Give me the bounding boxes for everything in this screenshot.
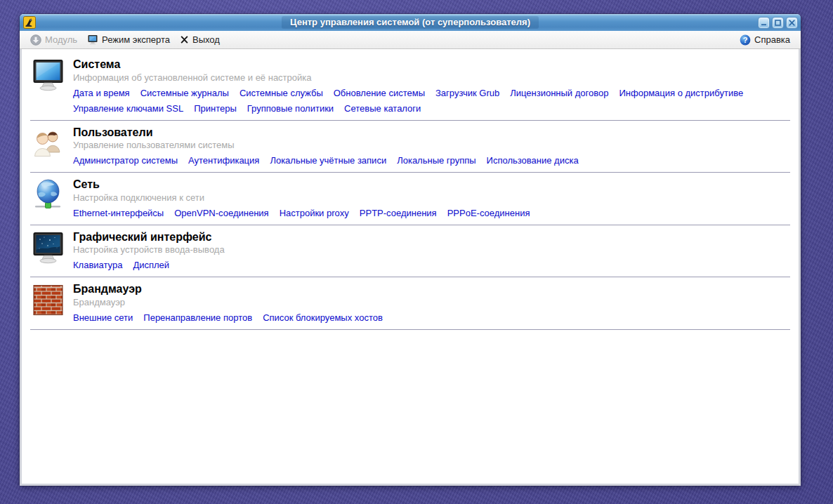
section-links: Внешние сетиПеренаправление портовСписок… xyxy=(73,312,789,323)
window-controls xyxy=(758,17,798,29)
module-link[interactable]: Внешние сети xyxy=(73,312,133,323)
exit-button[interactable]: Выход xyxy=(175,33,225,46)
titlebar[interactable]: Центр управления системой (от суперпольз… xyxy=(20,14,801,31)
svg-text:?: ? xyxy=(743,36,748,44)
module-link[interactable]: Обновление системы xyxy=(334,88,425,98)
network-globe-icon xyxy=(32,179,65,212)
help-question-icon: ? xyxy=(740,34,751,46)
minimize-button[interactable] xyxy=(758,17,770,29)
module-link[interactable]: Принтеры xyxy=(194,103,237,114)
section-title: Пользователи xyxy=(73,126,789,139)
section-title: Брандмауэр xyxy=(73,283,789,296)
exit-x-icon xyxy=(180,35,189,44)
module-button[interactable]: Модуль xyxy=(25,33,82,47)
expert-mode-icon xyxy=(87,34,98,46)
module-link[interactable]: Локальные учётные записи xyxy=(270,155,386,166)
section-subtitle: Управление пользователями системы xyxy=(73,140,789,150)
module-link[interactable]: Ethernet-интерфейсы xyxy=(73,208,164,218)
section: Система Информация об установленной сист… xyxy=(30,53,790,121)
module-link[interactable]: Системные журналы xyxy=(140,88,229,98)
module-link[interactable]: Администратор системы xyxy=(73,155,178,166)
exit-button-label: Выход xyxy=(192,34,220,45)
users-icon xyxy=(32,127,65,160)
help-button-label: Справка xyxy=(754,34,790,45)
expert-mode-button[interactable]: Режим эксперта xyxy=(82,33,175,47)
app-window: Центр управления системой (от суперпольз… xyxy=(20,14,801,486)
module-link[interactable]: Настройки proxy xyxy=(280,208,349,218)
section-title: Система xyxy=(73,58,789,71)
section: Пользователи Управление пользователями с… xyxy=(30,121,790,173)
module-link[interactable]: Список блокируемых хостов xyxy=(263,312,383,323)
module-link[interactable]: Лицензионный договор xyxy=(510,88,608,98)
maximize-button[interactable] xyxy=(772,17,784,29)
section-links: Ethernet-интерфейсыOpenVPN-соединенияНас… xyxy=(73,208,789,218)
section-body: Пользователи Управление пользователями с… xyxy=(73,126,789,166)
system-monitor-icon xyxy=(32,59,65,92)
section: Сеть Настройка подключения к сети Ethern… xyxy=(30,173,790,225)
module-link[interactable]: Дата и время xyxy=(73,88,130,98)
toolbar: Модуль Режим эксперта Выход ? Справка xyxy=(20,31,801,49)
module-link[interactable]: Системные службы xyxy=(240,88,323,98)
help-button[interactable]: ? Справка xyxy=(735,33,795,47)
section-body: Система Информация об установленной сист… xyxy=(73,58,789,114)
module-link[interactable]: Использование диска xyxy=(487,155,579,166)
section: Брандмауэр Брандмауэр Внешние сетиПерена… xyxy=(30,277,790,330)
section-body: Брандмауэр Брандмауэр Внешние сетиПерена… xyxy=(73,283,789,323)
section-subtitle: Настройка подключения к сети xyxy=(73,192,789,203)
section-links: КлавиатураДисплей xyxy=(73,260,789,270)
desktop: { "window": { "title": "Центр управления… xyxy=(0,0,833,504)
module-link[interactable]: PPTP-соединения xyxy=(360,208,437,218)
section-subtitle: Брандмауэр xyxy=(73,297,789,307)
firewall-icon xyxy=(32,284,65,317)
section: Графический интерфейс Настройка устройст… xyxy=(30,225,790,278)
module-link[interactable]: Аутентификация xyxy=(188,155,259,166)
section-body: Графический интерфейс Настройка устройст… xyxy=(73,231,789,271)
section-links: Дата и времяСистемные журналыСистемные с… xyxy=(73,88,789,114)
module-link[interactable]: Локальные группы xyxy=(397,155,475,166)
module-link[interactable]: Дисплей xyxy=(133,260,169,270)
section-subtitle: Настройка устройств ввода-вывода xyxy=(73,244,789,255)
module-link[interactable]: Клавиатура xyxy=(73,260,122,270)
window-title: Центр управления системой (от суперпольз… xyxy=(282,16,539,29)
module-link[interactable]: Информация о дистрибутиве xyxy=(619,88,743,98)
module-link[interactable]: OpenVPN-соединения xyxy=(174,208,268,218)
module-link[interactable]: Групповые политики xyxy=(247,103,334,114)
display-icon xyxy=(32,232,65,265)
section-subtitle: Информация об установленной системе и её… xyxy=(73,72,789,83)
expert-mode-label: Режим эксперта xyxy=(102,34,170,45)
module-button-label: Модуль xyxy=(45,34,77,45)
section-title: Графический интерфейс xyxy=(73,231,789,244)
close-button[interactable] xyxy=(786,17,798,29)
module-link[interactable]: Загрузчик Grub xyxy=(435,88,499,98)
module-link[interactable]: Сетевые каталоги xyxy=(344,103,421,114)
module-link[interactable]: PPPoE-соединения xyxy=(447,208,530,218)
section-title: Сеть xyxy=(73,178,789,191)
section-links: Администратор системыАутентификацияЛокал… xyxy=(73,155,789,166)
section-body: Сеть Настройка подключения к сети Ethern… xyxy=(73,178,789,218)
module-link[interactable]: Управление ключами SSL xyxy=(73,103,183,114)
module-link[interactable]: Перенаправление портов xyxy=(143,312,252,323)
app-window-icon[interactable] xyxy=(23,16,36,29)
module-back-icon xyxy=(30,34,41,46)
module-list: Система Информация об установленной сист… xyxy=(20,49,801,486)
